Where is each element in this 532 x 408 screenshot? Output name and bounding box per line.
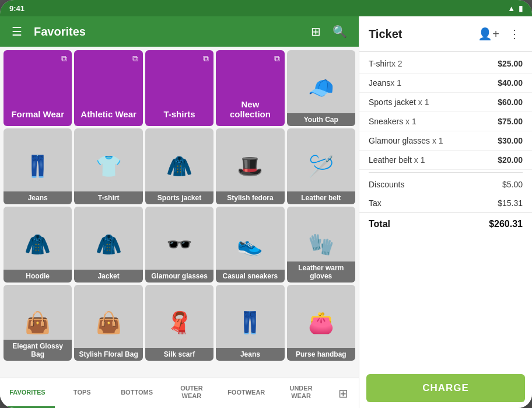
item-price: $30.00 [498, 136, 523, 145]
category-formal[interactable]: ⧉ Formal Wear [4, 50, 72, 126]
product-label: Stylish Floral Bag [74, 348, 142, 361]
product-grid: ⧉ Formal Wear ⧉ Athletic Wear ⧉ T-shirts… [0, 47, 359, 378]
search-button[interactable]: 🔍 [330, 22, 349, 41]
product-purse[interactable]: 👛 Purse handbag [287, 285, 355, 361]
total-value: $260.31 [489, 219, 523, 229]
nav-footwear[interactable]: FOOTWEAR [219, 378, 274, 408]
category-newcollection[interactable]: ⧉ New collection [216, 50, 284, 126]
category-label: T-shirts [145, 109, 214, 119]
total-row: Total $260.31 [359, 212, 532, 235]
tax-row: Tax $15.31 [359, 194, 532, 212]
screen-title: Favorites [34, 25, 299, 39]
left-panel: ☰ Favorites ⊞ 🔍 ⧉ Formal Wear [0, 16, 359, 408]
product-label: Stylish fedora [216, 191, 284, 204]
more-icon: ⋮ [509, 27, 520, 40]
item-price: $60.00 [498, 97, 523, 107]
item-name: T-shirtx 2 [369, 59, 402, 68]
menu-button[interactable]: ☰ [9, 22, 24, 41]
grid-icon: ⊞ [338, 386, 348, 400]
product-gloves[interactable]: 🧤 Leather warm gloves [287, 207, 355, 283]
tax-label: Tax [369, 198, 382, 208]
discounts-value: $5.00 [502, 180, 523, 189]
category-tshirts[interactable]: ⧉ T-shirts [145, 50, 214, 126]
ticket-header: Ticket 👤+ ⋮ [359, 16, 532, 52]
item-name: Sports jacket x 1 [369, 97, 429, 107]
status-icons: ▲ ▮ [508, 4, 523, 13]
device-frame: 9:41 ▲ ▮ ☰ Favorites ⊞ 🔍 [0, 0, 532, 408]
table-row[interactable]: Leather belt x 1 $20.00 [359, 151, 532, 170]
product-hoodie[interactable]: 🧥 Hoodie [4, 207, 72, 283]
copy-icon: ⧉ [274, 54, 280, 64]
product-label: Youth Cap [287, 113, 355, 126]
product-sneakers[interactable]: 👟 Casual sneakers [216, 207, 284, 283]
product-label: Jeans [216, 348, 284, 361]
total-label: Total [369, 219, 390, 229]
category-label: Formal Wear [4, 109, 72, 119]
item-name: Glamour glasses x 1 [369, 136, 443, 145]
product-floral-bag[interactable]: 👜 Stylish Floral Bag [74, 285, 142, 361]
battery-icon: ▮ [519, 4, 523, 13]
product-youth-cap[interactable]: 🧢 Youth Cap [287, 50, 355, 126]
table-row[interactable]: Glamour glasses x 1 $30.00 [359, 131, 532, 151]
product-jeans[interactable]: 👖 Jeans [4, 128, 72, 204]
grid-view-button[interactable]: ⊞ [328, 378, 359, 408]
product-label: Elegant Glossy Bag [4, 340, 72, 361]
search-icon: 🔍 [332, 25, 347, 39]
item-price: $40.00 [498, 78, 523, 88]
product-label: Jeans [4, 191, 72, 204]
item-price: $20.00 [498, 155, 523, 165]
table-row[interactable]: T-shirtx 2 $25.00 [359, 54, 532, 74]
nav-bottoms[interactable]: BOTTOMS [110, 378, 164, 408]
nav-outerwear[interactable]: OUTER WEAR [164, 378, 219, 408]
copy-icon: ⧉ [61, 54, 67, 64]
item-name: Leather belt x 1 [369, 155, 425, 165]
product-label: Jacket [74, 270, 142, 283]
product-tshirt[interactable]: 👕 T-shirt [74, 128, 142, 204]
table-row[interactable]: Sports jacket x 1 $60.00 [359, 93, 532, 112]
status-bar: 9:41 ▲ ▮ [0, 0, 532, 16]
top-app-bar: ☰ Favorites ⊞ 🔍 [0, 16, 359, 47]
item-price: $25.00 [498, 59, 523, 68]
product-jacket[interactable]: 🧥 Jacket [74, 207, 142, 283]
table-row[interactable]: Jeansx 1 $40.00 [359, 74, 532, 93]
product-label: Sports jacket [145, 191, 214, 204]
bottom-navigation: FAVORITES TOPS BOTTOMS OUTER WEAR FOOTWE… [0, 378, 359, 408]
product-label: Leather belt [287, 191, 355, 204]
ticket-items-list: T-shirtx 2 $25.00 Jeansx 1 $40.00 Sports… [359, 52, 532, 368]
item-name: Sneakers x 1 [369, 117, 416, 126]
nav-tops[interactable]: TOPS [55, 378, 110, 408]
tax-value: $15.31 [498, 198, 523, 208]
add-person-button[interactable]: 👤+ [475, 25, 502, 43]
product-label: Leather warm gloves [287, 261, 355, 283]
product-jeans2[interactable]: 👖 Jeans [216, 285, 284, 361]
main-content: ☰ Favorites ⊞ 🔍 ⧉ Formal Wear [0, 16, 532, 408]
product-label: Casual sneakers [216, 270, 284, 283]
copy-icon: ⧉ [203, 54, 209, 64]
product-elegant-bag[interactable]: 👜 Elegant Glossy Bag [4, 285, 72, 361]
menu-icon: ☰ [12, 25, 22, 39]
category-athletic[interactable]: ⧉ Athletic Wear [74, 50, 142, 126]
table-row[interactable]: Sneakers x 1 $75.00 [359, 112, 532, 131]
discounts-row: Discounts $5.00 [359, 175, 532, 194]
nav-favorites[interactable]: FAVORITES [0, 378, 55, 408]
discounts-label: Discounts [369, 180, 404, 189]
charge-button[interactable]: CHARGE [366, 374, 525, 402]
category-label: New collection [216, 99, 284, 119]
product-scarf[interactable]: 🧣 Silk scarf [145, 285, 214, 361]
copy-icon: ⧉ [132, 54, 138, 64]
barcode-icon: ⊞ [311, 25, 321, 39]
category-label: Athletic Wear [74, 109, 142, 119]
product-fedora[interactable]: 🎩 Stylish fedora [216, 128, 284, 204]
barcode-button[interactable]: ⊞ [309, 22, 323, 41]
product-belt[interactable]: 🪡 Leather belt [287, 128, 355, 204]
product-label: Glamour glasses [145, 270, 214, 283]
more-options-button[interactable]: ⋮ [506, 25, 523, 43]
nav-underwear[interactable]: UNDER WEAR [274, 378, 328, 408]
product-glasses[interactable]: 🕶️ Glamour glasses [145, 207, 214, 283]
top-bar-actions: ⊞ 🔍 [309, 22, 349, 41]
ticket-title: Ticket [369, 27, 471, 41]
item-price: $75.00 [498, 117, 523, 126]
product-sports-jacket[interactable]: 🧥 Sports jacket [145, 128, 214, 204]
separator [369, 172, 523, 173]
time-display: 9:41 [9, 4, 24, 13]
